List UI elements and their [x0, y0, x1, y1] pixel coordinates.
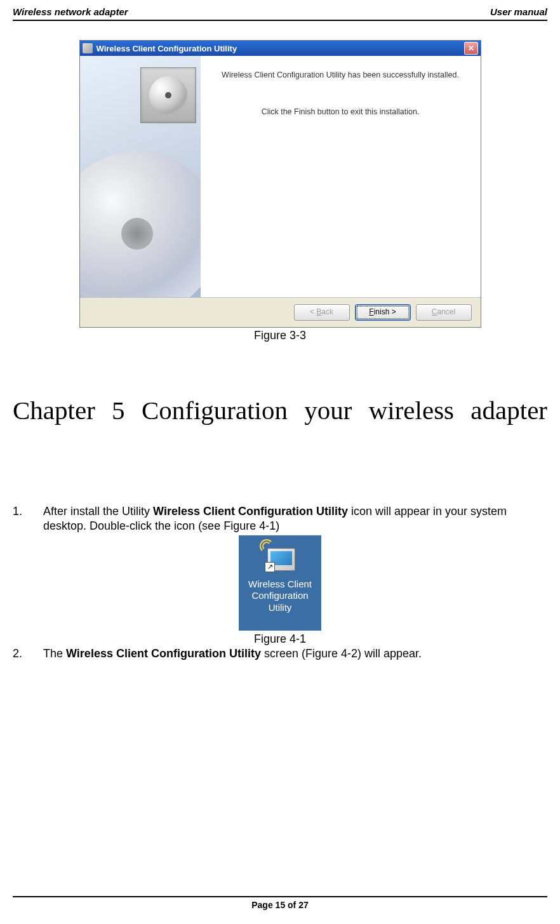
figure-3-3-caption: Figure 3-3 — [13, 329, 547, 342]
figure-4-1: ↗ Wireless Client Configuration Utility — [239, 535, 321, 631]
desktop-icon-label: Wireless Client Configuration Utility — [239, 579, 321, 614]
cd-large-icon — [80, 151, 201, 297]
finish-button[interactable]: Finish > — [355, 304, 411, 321]
header-right: User manual — [490, 6, 547, 17]
figure-3-3: Wireless Client Configuration Utility ✕ … — [13, 40, 547, 342]
steps-list: 1. After install the Utility Wireless Cl… — [13, 504, 547, 662]
dialog-text-2: Click the Finish button to exit this ins… — [213, 107, 468, 118]
dialog-content: Wireless Client Configuration Utility ha… — [201, 56, 481, 297]
list-number: 1. — [13, 504, 25, 534]
figure-4-1-caption: Figure 4-1 — [13, 632, 547, 646]
installer-dialog: Wireless Client Configuration Utility ✕ … — [79, 40, 481, 328]
list-text: After install the Utility Wireless Clien… — [43, 504, 547, 534]
dialog-titlebar: Wireless Client Configuration Utility ✕ — [80, 41, 481, 56]
page-number: Page 15 of 27 — [13, 900, 547, 910]
desktop-shortcut-icon[interactable]: ↗ Wireless Client Configuration Utility — [239, 535, 321, 631]
shortcut-arrow-icon: ↗ — [265, 562, 275, 572]
cancel-button[interactable]: Cancel — [416, 304, 472, 321]
utility-icon: ↗ — [260, 539, 300, 575]
cd-inset-icon — [140, 67, 196, 123]
back-button[interactable]: < Back — [294, 304, 350, 321]
list-text: The Wireless Client Configuration Utilit… — [43, 646, 547, 661]
list-item: 2. The Wireless Client Configuration Uti… — [13, 646, 547, 661]
close-icon[interactable]: ✕ — [464, 42, 478, 55]
dialog-sidebar-art — [80, 56, 201, 297]
list-number: 2. — [13, 646, 25, 661]
dialog-text-1: Wireless Client Configuration Utility ha… — [213, 70, 468, 81]
dialog-footer: < Back Finish > Cancel — [80, 297, 481, 327]
chapter-title: Chapter 5 Configuration your wireless ad… — [13, 374, 547, 447]
dialog-title-text: Wireless Client Configuration Utility — [97, 44, 237, 53]
header-left: Wireless network adapter — [13, 6, 128, 17]
page-header: Wireless network adapter User manual — [13, 0, 547, 21]
list-item: 1. After install the Utility Wireless Cl… — [13, 504, 547, 534]
page-footer: Page 15 of 27 — [13, 896, 547, 910]
app-icon — [83, 43, 93, 53]
